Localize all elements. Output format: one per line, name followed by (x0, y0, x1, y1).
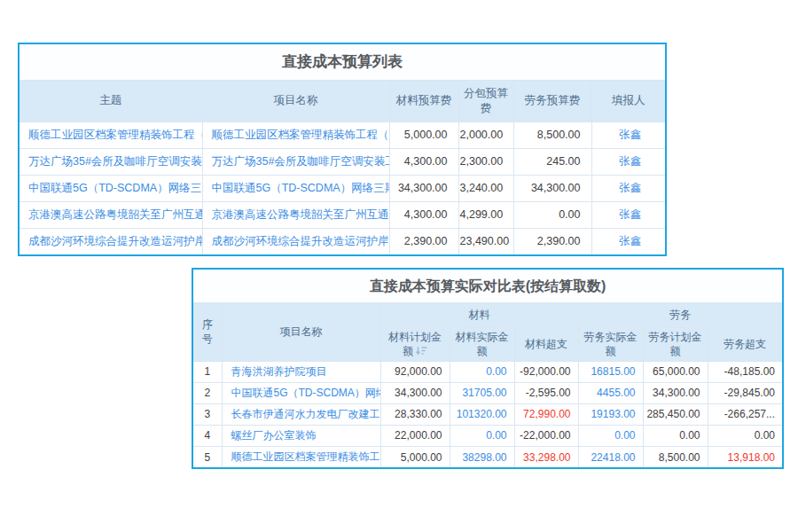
reporter-link[interactable]: 张鑫 (591, 201, 665, 228)
reporter-link[interactable]: 张鑫 (591, 121, 665, 148)
compare-value-3: 4455.00 (578, 382, 643, 403)
budget-value-2: 2,390.00 (513, 228, 591, 254)
subject-link[interactable]: 万达广场35#会所及咖啡厅空调安装... (20, 148, 202, 175)
compare-value-2: 33,298.00 (514, 446, 578, 467)
sub-col-header-0: 材料计划金额 (380, 327, 450, 361)
budget-value-0: 4,300.00 (389, 201, 458, 228)
compare-title: 直接成本预算实际对比表(按结算取数) (193, 270, 782, 303)
row-number: 4 (193, 425, 222, 446)
compare-value-3: 0.00 (578, 425, 643, 446)
compare-value-1: 0.00 (450, 361, 514, 382)
compare-value-3: 19193.00 (578, 403, 643, 425)
compare-value-1: 31705.00 (450, 382, 514, 403)
project-link[interactable]: 青海洪湖养护院项目 (222, 361, 380, 382)
compare-value-0: 28,330.00 (380, 403, 450, 425)
budget-col-header-2: 材料预算费 (389, 81, 458, 121)
compare-value-0: 22,000.00 (380, 425, 450, 446)
budget-list-card: 直接成本预算列表 主题项目名称材料预算费分包预算费劳务预算费填报人 顺德工业园区… (18, 43, 667, 256)
row-number: 1 (193, 361, 222, 382)
compare-value-5: -29,845.00 (708, 382, 782, 403)
compare-value-1: 38298.00 (450, 446, 514, 467)
budget-col-header-1: 项目名称 (202, 81, 389, 121)
budget-value-2: 34,300.00 (513, 175, 591, 201)
row-number: 3 (193, 403, 222, 425)
project-link[interactable]: 京港澳高速公路粤境韶关至广州互通... (202, 201, 389, 228)
compare-value-2: -92,000.00 (514, 361, 578, 382)
table-row: 4螺丝厂办公室装饰22,000.000.00-22,000.000.000.00… (193, 425, 782, 446)
budget-value-2: 0.00 (513, 201, 591, 228)
compare-value-1: 101320.00 (450, 403, 514, 425)
budget-list-title: 直接成本预算列表 (20, 44, 665, 81)
compare-value-1: 0.00 (450, 425, 514, 446)
sub-col-header-5: 劳务超支 (708, 327, 782, 361)
budget-col-header-0: 主题 (20, 81, 202, 121)
row-number: 2 (193, 382, 222, 403)
compare-value-4: 8,500.00 (643, 446, 708, 467)
budget-value-2: 245.00 (513, 148, 591, 175)
compare-value-2: -2,595.00 (514, 382, 578, 403)
table-row: 5顺德工业园区档案管理精装饰工程5,000.0038298.0033,298.0… (193, 446, 782, 467)
compare-card: 直接成本预算实际对比表(按结算取数) 序号项目名称材料劳务 材料计划金额材料实际… (192, 268, 784, 469)
budget-value-1: 4,299.00 (458, 201, 513, 228)
col-header-project: 项目名称 (222, 303, 380, 361)
project-link[interactable]: 顺德工业园区档案管理精装饰工程 (222, 446, 380, 467)
project-link[interactable]: 中国联通5G（TD-SCDMA）网络三 (222, 382, 380, 403)
budget-col-header-5: 填报人 (591, 81, 665, 121)
group-header-labor: 劳务 (578, 303, 782, 327)
compare-table: 序号项目名称材料劳务 材料计划金额材料实际金额材料超支劳务实际金额劳务计划金额劳… (193, 303, 782, 467)
compare-value-0: 5,000.00 (380, 446, 450, 467)
budget-value-0: 5,000.00 (389, 121, 458, 148)
budget-value-2: 8,500.00 (513, 121, 591, 148)
subject-link[interactable]: 顺德工业园区档案管理精装饰工程（... (20, 121, 202, 148)
budget-col-header-4: 劳务预算费 (513, 81, 591, 121)
row-number: 5 (193, 446, 222, 467)
sort-icon[interactable] (416, 345, 427, 359)
sub-col-header-2: 材料超支 (514, 327, 578, 361)
project-link[interactable]: 成都沙河环境综合提升改造运河护岸... (202, 228, 389, 254)
reporter-link[interactable]: 张鑫 (591, 228, 665, 254)
table-row: 京港澳高速公路粤境韶关至广州互通...京港澳高速公路粤境韶关至广州互通...4,… (20, 201, 665, 228)
project-link[interactable]: 螺丝厂办公室装饰 (222, 425, 380, 446)
project-link[interactable]: 长春市伊通河水力发电厂改建工程 (222, 403, 380, 425)
budget-value-0: 34,300.00 (389, 175, 458, 201)
compare-value-4: 0.00 (643, 425, 708, 446)
sub-col-header-3: 劳务实际金额 (578, 327, 643, 361)
compare-value-3: 16815.00 (578, 361, 643, 382)
compare-value-5: 13,918.00 (708, 446, 782, 467)
subject-link[interactable]: 成都沙河环境综合提升改造运河护岸... (20, 228, 202, 254)
compare-value-2: 72,990.00 (514, 403, 578, 425)
table-row: 3长春市伊通河水力发电厂改建工程28,330.00101320.0072,990… (193, 403, 782, 425)
table-row: 万达广场35#会所及咖啡厅空调安装...万达广场35#会所及咖啡厅空调安装工程4… (20, 148, 665, 175)
budget-value-1: 2,300.00 (458, 148, 513, 175)
compare-value-4: 34,300.00 (643, 382, 708, 403)
reporter-link[interactable]: 张鑫 (591, 148, 665, 175)
subject-link[interactable]: 京港澳高速公路粤境韶关至广州互通... (20, 201, 202, 228)
project-link[interactable]: 顺德工业园区档案管理精装饰工程（... (202, 121, 389, 148)
project-link[interactable]: 万达广场35#会所及咖啡厅空调安装工程 (202, 148, 389, 175)
compare-value-3: 22418.00 (578, 446, 643, 467)
project-link[interactable]: 中国联通5G（TD-SCDMA）网络三期... (202, 175, 389, 201)
compare-value-5: -266,257... (708, 403, 782, 425)
compare-value-2: -22,000.00 (514, 425, 578, 446)
table-row: 2中国联通5G（TD-SCDMA）网络三34,300.0031705.00-2,… (193, 382, 782, 403)
budget-col-header-3: 分包预算费 (458, 81, 513, 121)
budget-value-1: 2,000.00 (458, 121, 513, 148)
compare-value-5: -48,185.00 (708, 361, 782, 382)
compare-value-4: 285,450.00 (643, 403, 708, 425)
budget-value-0: 4,300.00 (389, 148, 458, 175)
col-header-no: 序号 (193, 303, 222, 361)
group-header-material: 材料 (380, 303, 578, 327)
reporter-link[interactable]: 张鑫 (591, 175, 665, 201)
table-row: 1青海洪湖养护院项目92,000.000.00-92,000.0016815.0… (193, 361, 782, 382)
sub-col-header-1: 材料实际金额 (450, 327, 514, 361)
table-row: 中国联通5G（TD-SCDMA）网络三...中国联通5G（TD-SCDMA）网络… (20, 175, 665, 201)
table-row: 顺德工业园区档案管理精装饰工程（...顺德工业园区档案管理精装饰工程（...5,… (20, 121, 665, 148)
compare-value-0: 92,000.00 (380, 361, 450, 382)
budget-list-table: 主题项目名称材料预算费分包预算费劳务预算费填报人 顺德工业园区档案管理精装饰工程… (20, 81, 665, 254)
subject-link[interactable]: 中国联通5G（TD-SCDMA）网络三... (20, 175, 202, 201)
compare-value-0: 34,300.00 (380, 382, 450, 403)
budget-value-1: 23,490.00 (458, 228, 513, 254)
budget-value-1: 3,240.00 (458, 175, 513, 201)
budget-value-0: 2,390.00 (389, 228, 458, 254)
table-row: 成都沙河环境综合提升改造运河护岸...成都沙河环境综合提升改造运河护岸...2,… (20, 228, 665, 254)
